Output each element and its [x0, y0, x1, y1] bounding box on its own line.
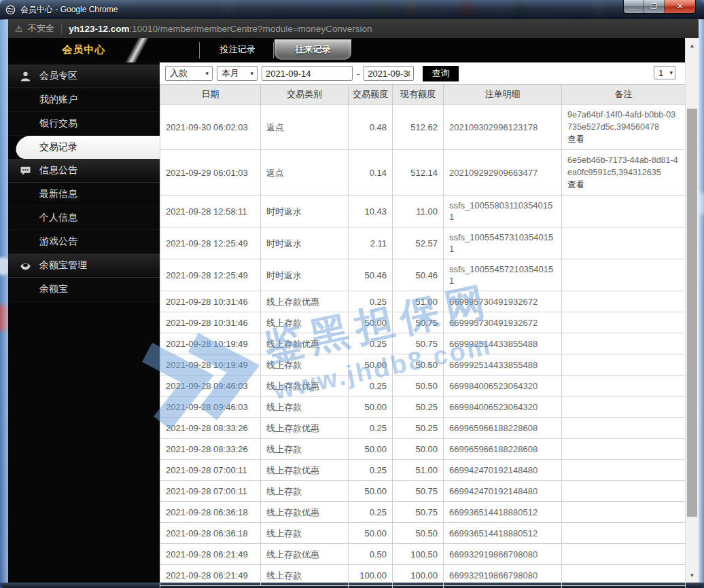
tab-transaction-records[interactable]: 往来记录	[275, 39, 351, 60]
security-label[interactable]: 不安全	[28, 22, 54, 35]
table-row: 2021-09-28 09:46:03 线上存款 50.00 50.25 669…	[160, 397, 686, 418]
date-to-input[interactable]	[364, 66, 414, 81]
cell-date: 2021-09-30 06:02:03	[160, 105, 261, 150]
scroll-up-arrow-icon[interactable]: ▲	[686, 39, 699, 52]
table-row: 2021-09-28 10:31:46 线上存款优惠 0.25 51.00 66…	[160, 291, 686, 312]
table-row: 2021-09-28 10:31:46 线上存款 50.00 50.75 669…	[160, 312, 686, 333]
cell-detail: ssfs_100554572103540151	[444, 259, 562, 291]
url-separator: |	[54, 23, 69, 34]
cell-detail: 202109302996123178	[444, 105, 562, 150]
cell-date: 2021-09-28 09:46:03	[160, 397, 261, 418]
address-bar[interactable]: ⚠ 不安全 | yh123-12.com :10010/member/membe…	[8, 19, 699, 38]
view-link[interactable]: 查看	[567, 133, 680, 145]
warning-icon: ⚠	[15, 24, 23, 34]
cell-date: 2021-09-28 09:46:03	[160, 375, 261, 397]
view-link[interactable]: 查看	[567, 179, 680, 191]
cell-detail: 669936514418880512	[444, 502, 562, 523]
sidebar-item-yuebao-management[interactable]: 余额宝管理	[8, 254, 160, 278]
sidebar-item-my-account[interactable]: 我的账户	[8, 88, 160, 112]
cell-detail: 669984006523064320	[444, 375, 562, 397]
cell-detail: ssfs_100554573103540151	[444, 227, 562, 259]
cell-date: 2021-09-28 06:21:49	[160, 544, 261, 565]
period-select[interactable]: 本月 ▾	[217, 66, 258, 81]
cell-remark	[562, 439, 686, 460]
cell-date: 2021-09-28 08:33:26	[160, 418, 261, 439]
sidebar-item-game-notices[interactable]: 游戏公告	[8, 230, 160, 254]
cell-balance: 100.50	[393, 544, 444, 565]
url-host[interactable]: yh123-12.com	[69, 24, 129, 34]
cell-amount: 50.46	[349, 259, 393, 291]
window-title: 会员中心 - Google Chrome	[20, 4, 118, 16]
vertical-scrollbar[interactable]: ▲ ▼	[685, 38, 699, 583]
cell-balance: 52.57	[393, 227, 444, 259]
total-balance: 585.62	[393, 586, 444, 588]
cell-amount: 0.25	[349, 333, 393, 354]
page-header-band: 会员中心 投注记录 往来记录	[8, 38, 685, 62]
cell-date: 2021-09-28 10:19:49	[160, 354, 261, 375]
scroll-down-arrow-icon[interactable]: ▼	[686, 569, 699, 581]
cell-remark	[562, 502, 686, 523]
cell-detail: 669992514433855488	[444, 333, 562, 354]
sidebar-item-latest-news[interactable]: 最新信息	[8, 183, 160, 206]
col-header-detail: 注单明细	[444, 85, 562, 105]
cell-type: 时时返水	[261, 227, 349, 259]
cell-detail: 669942470192148480	[444, 460, 562, 481]
transaction-rows: 2021-09-30 06:02:03 返点 0.48 512.62 20210…	[160, 105, 686, 586]
sidebar-item-yuebao[interactable]: 余额宝	[8, 278, 160, 301]
cell-remark	[562, 397, 686, 418]
scrollbar-thumb[interactable]	[687, 109, 697, 517]
cell-remark	[562, 460, 686, 481]
cell-detail: 669965966188228608	[444, 439, 562, 460]
sidebar-item-member-zone[interactable]: 会员专区	[8, 65, 160, 88]
tab-betting-records[interactable]: 投注记录	[202, 39, 273, 60]
cell-date: 2021-09-29 06:01:03	[160, 150, 261, 196]
cell-balance: 50.25	[393, 418, 444, 439]
cell-amount: 0.25	[349, 460, 393, 481]
cell-balance: 50.00	[393, 439, 444, 460]
sidebar-item-transaction-records[interactable]: 交易记录	[8, 136, 160, 159]
cell-remark	[562, 259, 686, 291]
maximize-button[interactable]: ❐	[644, 0, 665, 13]
cell-remark	[562, 227, 686, 259]
window-titlebar[interactable]: 会员中心 - Google Chrome — ❐ ✕	[0, 0, 704, 20]
table-row: 2021-09-29 06:01:03 返点 0.14 512.14 20210…	[160, 150, 686, 196]
cell-remark	[562, 196, 686, 227]
cell-type: 线上存款	[261, 397, 349, 418]
cell-type: 线上存款优惠	[261, 418, 349, 439]
table-row: 2021-09-28 08:33:26 线上存款优惠 0.25 50.25 66…	[160, 418, 686, 439]
cell-date: 2021-09-28 10:31:46	[160, 312, 261, 333]
transaction-type-select[interactable]: 入款 ▾	[165, 66, 213, 81]
cell-balance: 50.50	[393, 375, 444, 397]
sidebar-item-bank-transactions[interactable]: 银行交易	[8, 112, 160, 136]
tab-divider	[273, 42, 274, 58]
date-range-separator: -	[357, 69, 359, 79]
cell-type: 线上存款	[261, 481, 349, 502]
sidebar-item-information-notices[interactable]: 信息公告	[8, 159, 160, 183]
cell-balance: 50.75	[393, 333, 444, 354]
search-button[interactable]: 查询	[423, 66, 459, 81]
sidebar-item-personal-info[interactable]: 个人信息	[8, 206, 160, 230]
total-label: 总计	[160, 586, 349, 588]
cell-date: 2021-09-28 10:31:46	[160, 291, 261, 312]
selected-item-highlight	[15, 136, 162, 159]
cell-amount: 50.00	[349, 312, 393, 333]
date-from-input[interactable]	[262, 66, 353, 81]
minimize-button[interactable]: —	[624, 0, 644, 13]
cell-type: 线上存款优惠	[261, 544, 349, 565]
cell-type: 线上存款	[261, 523, 349, 544]
cell-balance: 50.75	[393, 481, 444, 502]
cell-remark	[562, 565, 686, 586]
cell-amount: 2.11	[349, 227, 393, 259]
page-select[interactable]: 1 ▾	[654, 66, 675, 79]
total-amount: 465.62	[349, 586, 393, 588]
cell-type: 返点	[261, 150, 349, 196]
cell-balance: 51.00	[393, 460, 444, 481]
cell-balance: 11.00	[393, 196, 444, 227]
cell-balance: 50.75	[393, 312, 444, 333]
sidebar-nav: 会员专区 我的账户 银行交易 交易记录	[8, 62, 160, 583]
cell-type: 线上存款	[261, 439, 349, 460]
url-path[interactable]: :10010/member/memberCentre?module=moneyC…	[130, 24, 372, 34]
user-icon	[20, 71, 31, 82]
close-button[interactable]: ✕	[665, 0, 695, 13]
col-header-balance: 现有额度	[393, 85, 444, 105]
